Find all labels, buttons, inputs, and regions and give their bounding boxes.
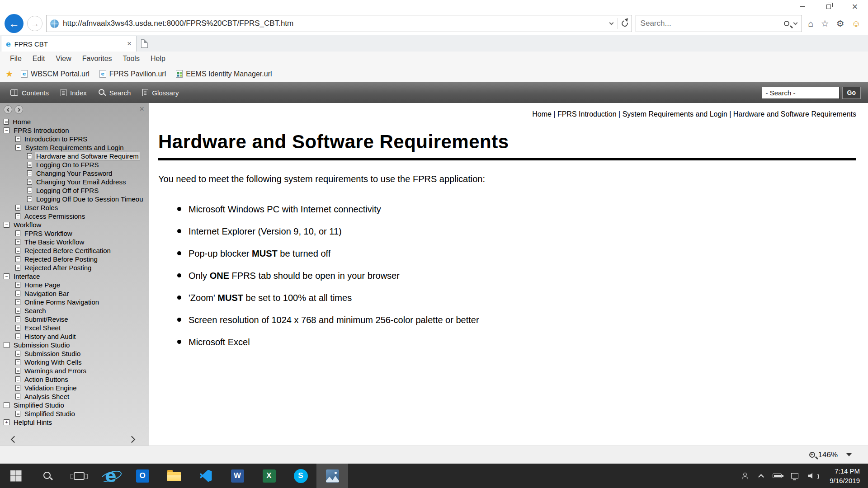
helpnav-search-button[interactable]: Search — [93, 82, 137, 103]
toc-item[interactable]: System Requirements and Login — [0, 143, 149, 152]
collapse-icon[interactable] — [4, 222, 9, 228]
toc-item[interactable]: User Roles — [0, 203, 149, 212]
toc-item[interactable]: Warnings and Errors — [0, 366, 149, 375]
menu-tools[interactable]: Tools — [118, 55, 145, 63]
toc-item[interactable]: Navigation Bar — [0, 289, 149, 298]
tab-close-icon[interactable] — [127, 39, 132, 48]
search-icon[interactable] — [784, 21, 789, 26]
toc-item[interactable]: Submission Studio — [0, 341, 149, 349]
toc-item[interactable]: Rejected After Posting — [0, 263, 149, 272]
helpnav-index-button[interactable]: Index — [55, 82, 93, 103]
new-tab-button[interactable] — [137, 36, 152, 52]
photos-taskbar-button[interactable] — [316, 464, 348, 488]
toc-item[interactable]: The Basic Workflow — [0, 238, 149, 246]
toc-item[interactable]: Logging Off of FPRS — [0, 186, 149, 195]
file-explorer-taskbar-button[interactable] — [158, 464, 190, 488]
toc-item[interactable]: Interface — [0, 272, 149, 281]
toc-item[interactable]: Working With Cells — [0, 358, 149, 366]
toc-item[interactable]: Validation Engine — [0, 384, 149, 392]
menu-favorites[interactable]: Favorites — [77, 55, 118, 63]
toc-item[interactable]: Simplified Studio — [0, 409, 149, 418]
volume-tray-button[interactable] — [808, 473, 818, 479]
zoom-level[interactable]: 146% — [818, 450, 838, 460]
minimize-button[interactable] — [789, 0, 816, 14]
helpnav-contents-button[interactable]: Contents — [5, 82, 55, 103]
toc-item[interactable]: Introduction to FPRS — [0, 135, 149, 143]
toc-item[interactable]: Logging Off Due to Session Timeou — [0, 195, 149, 203]
collapse-icon[interactable] — [15, 145, 21, 150]
toc-item[interactable]: Access Permissions — [0, 212, 149, 221]
home-icon[interactable] — [808, 19, 814, 28]
collapse-icon[interactable] — [4, 127, 9, 133]
toc-item[interactable]: Simplified Studio — [0, 401, 149, 409]
forward-button[interactable] — [27, 16, 42, 31]
browser-search-box[interactable]: Search... — [636, 15, 802, 32]
favorites-item[interactable]: WBSCM Portal.url — [16, 70, 94, 78]
toc-item[interactable]: Analysis Sheet — [0, 392, 149, 401]
toc-item[interactable]: Helpful Hints — [0, 418, 149, 427]
toc-item[interactable]: Rejected Before Posting — [0, 255, 149, 263]
people-tray-button[interactable] — [741, 473, 750, 479]
toc-item[interactable]: Workflow — [0, 221, 149, 229]
restore-button[interactable] — [816, 0, 842, 14]
toc-item[interactable]: Action Buttons — [0, 375, 149, 384]
expand-icon[interactable] — [4, 419, 9, 425]
collapse-icon[interactable] — [4, 402, 9, 408]
toc-item[interactable]: Home — [0, 117, 149, 126]
helpnav-glossary-button[interactable]: Glossary — [137, 82, 184, 103]
zoom-icon[interactable] — [809, 452, 815, 458]
scroll-right-icon[interactable] — [128, 436, 136, 443]
word-taskbar-button[interactable]: W — [222, 464, 253, 488]
toc-item[interactable]: Logging On to FPRS — [0, 160, 149, 169]
toc-item[interactable]: FPRS Introduction — [0, 126, 149, 135]
favorites-item[interactable]: EEMS Identity Manager.url — [171, 70, 277, 78]
refresh-icon[interactable] — [620, 19, 629, 28]
chevron-up-tray-button[interactable] — [759, 473, 763, 479]
menu-view[interactable]: View — [50, 55, 76, 63]
search-taskbar-button[interactable] — [32, 464, 63, 488]
menu-edit[interactable]: Edit — [27, 55, 51, 63]
collapse-icon[interactable] — [4, 342, 9, 348]
search-dropdown-icon[interactable] — [793, 20, 797, 25]
settings-gear-icon[interactable] — [836, 19, 844, 28]
scroll-left-icon[interactable] — [11, 436, 18, 443]
taskbar-clock[interactable]: 7:14 PM 9/16/2019 — [826, 466, 863, 485]
favorites-bar-star-icon[interactable] — [5, 69, 13, 79]
tab-fprs-cbt[interactable]: FPRS CBT — [1, 36, 137, 52]
excel-taskbar-button[interactable]: X — [253, 464, 285, 488]
outlook-taskbar-button[interactable]: O — [127, 464, 158, 488]
start-taskbar-button[interactable] — [0, 464, 32, 488]
breadcrumb[interactable]: Home | FPRS Introduction | System Requir… — [158, 110, 856, 118]
favorites-star-icon[interactable] — [821, 19, 829, 28]
menu-file[interactable]: File — [5, 55, 27, 63]
menu-help[interactable]: Help — [145, 55, 171, 63]
toc-close-icon[interactable] — [139, 104, 144, 114]
toc-item[interactable]: Changing Your Password — [0, 169, 149, 178]
battery-tray-button[interactable] — [773, 474, 782, 478]
toc-item[interactable]: Submit/Revise — [0, 315, 149, 324]
collapse-icon[interactable] — [4, 273, 9, 279]
toc-item[interactable]: Excel Sheet — [0, 324, 149, 332]
address-dropdown-icon[interactable] — [609, 20, 613, 25]
toc-item[interactable]: History and Audit — [0, 332, 149, 341]
toc-item[interactable]: Changing Your Email Address — [0, 178, 149, 186]
close-button[interactable] — [842, 0, 868, 14]
network-tray-button[interactable] — [791, 473, 798, 479]
toc-item[interactable]: Home Page — [0, 281, 149, 289]
toc-item[interactable]: Rejected Before Certification — [0, 246, 149, 255]
toc-horizontal-scrollbar[interactable] — [0, 434, 149, 446]
toc-item[interactable]: Submission Studio — [0, 349, 149, 358]
vscode-taskbar-button[interactable] — [190, 464, 222, 488]
toc-item[interactable]: FPRS Workflow — [0, 229, 149, 238]
help-search-input[interactable]: - Search - — [762, 87, 840, 99]
zoom-dropdown-icon[interactable] — [846, 453, 852, 456]
favorites-item[interactable]: FPRS Pavilion.url — [94, 70, 171, 78]
task-view-taskbar-button[interactable] — [63, 464, 95, 488]
toc-item[interactable]: Hardware and Software Requirem — [0, 152, 149, 160]
url-text[interactable]: http://afnvaalx3ws43.usda.net:8000/FPRS%… — [63, 19, 606, 28]
toc-prev-button[interactable] — [4, 105, 12, 114]
back-button[interactable] — [5, 14, 24, 33]
address-bar[interactable]: http://afnvaalx3ws43.usda.net:8000/FPRS%… — [46, 15, 632, 32]
feedback-smiley-icon[interactable] — [852, 19, 861, 28]
toc-item[interactable]: Online Forms Navigation — [0, 298, 149, 306]
